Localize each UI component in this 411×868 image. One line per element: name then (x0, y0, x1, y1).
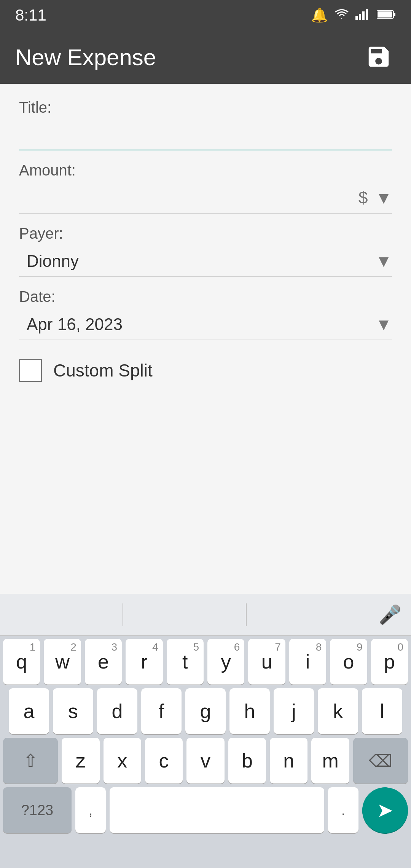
date-label: Date: (19, 288, 392, 305)
date-select[interactable]: Apr 16, 2023 ▼ (19, 309, 392, 340)
key-a[interactable]: a (9, 688, 49, 734)
svg-rect-2 (362, 11, 365, 20)
key-z[interactable]: z (62, 738, 99, 783)
svg-rect-3 (366, 9, 368, 20)
payer-label: Payer: (19, 225, 392, 242)
key-row-2: a s d f g h j k l (3, 688, 408, 734)
save-icon (365, 43, 392, 70)
notification-icon: 🔔 (311, 7, 328, 23)
keyboard-rows: 1 q 2 w 3 e 4 r 5 t 6 y (0, 636, 411, 868)
period-label: . (341, 802, 346, 819)
amount-group: Amount: $ ▼ (19, 162, 392, 214)
shift-icon: ⇧ (23, 750, 38, 771)
key-o[interactable]: 9 o (330, 639, 367, 685)
currency-symbol: $ (358, 188, 368, 209)
title-group: Title: (19, 99, 392, 150)
payer-value: Dionny (19, 252, 79, 271)
key-u[interactable]: 7 u (248, 639, 285, 685)
key-i[interactable]: 8 i (289, 639, 326, 685)
save-button[interactable] (362, 40, 396, 75)
key-row-1: 1 q 2 w 3 e 4 r 5 t 6 y (3, 639, 408, 685)
mic-button[interactable]: 🎤 (369, 594, 411, 636)
key-row-3: ⇧ z x c v b n m ⌫ (3, 738, 408, 783)
key-n[interactable]: n (270, 738, 307, 783)
keyboard: 🎤 1 q 2 w 3 e 4 r 5 t (0, 594, 411, 868)
battery-icon (377, 7, 396, 23)
key-h[interactable]: h (229, 688, 270, 734)
status-time: 8:11 (15, 6, 46, 24)
svg-rect-6 (378, 11, 392, 18)
key-g[interactable]: g (185, 688, 226, 734)
key-k[interactable]: k (318, 688, 358, 734)
suggestion-middle[interactable] (123, 594, 246, 635)
space-key[interactable] (110, 787, 324, 833)
period-key[interactable]: . (328, 787, 358, 833)
suggestion-right[interactable] (247, 594, 369, 635)
currency-dropdown-arrow[interactable]: ▼ (375, 188, 392, 209)
mic-icon: 🎤 (379, 604, 401, 625)
payer-select[interactable]: Dionny ▼ (19, 246, 392, 277)
svg-rect-1 (359, 14, 361, 20)
custom-split-checkbox[interactable] (19, 359, 42, 382)
key-j[interactable]: j (274, 688, 314, 734)
key-m[interactable]: m (311, 738, 349, 783)
key-s[interactable]: s (53, 688, 93, 734)
amount-input[interactable] (19, 183, 351, 209)
svg-rect-0 (355, 16, 358, 20)
date-value: Apr 16, 2023 (19, 315, 123, 334)
payer-dropdown-arrow: ▼ (375, 252, 392, 271)
backspace-key[interactable]: ⌫ (353, 738, 408, 783)
form-content: Title: Amount: $ ▼ Payer: Dionny ▼ Date:… (0, 84, 411, 594)
enter-icon: ➤ (377, 799, 393, 822)
key-p[interactable]: 0 p (371, 639, 408, 685)
key-e[interactable]: 3 e (85, 639, 122, 685)
page-title: New Expense (15, 44, 156, 70)
symbols-key[interactable]: ?123 (3, 787, 72, 833)
shift-key[interactable]: ⇧ (3, 738, 58, 783)
symbols-label: ?123 (21, 802, 54, 819)
key-c[interactable]: c (145, 738, 183, 783)
date-dropdown-arrow: ▼ (375, 315, 392, 334)
key-l[interactable]: l (362, 688, 402, 734)
status-icons: 🔔 (311, 7, 396, 23)
key-r[interactable]: 4 r (126, 639, 162, 685)
suggestions-bar: 🎤 (0, 594, 411, 636)
suggestion-left[interactable] (0, 594, 123, 635)
wifi-icon (334, 7, 349, 23)
title-input[interactable] (19, 120, 392, 150)
status-bar: 8:11 🔔 (0, 0, 411, 30)
amount-label: Amount: (19, 162, 392, 179)
key-t[interactable]: 5 t (167, 639, 204, 685)
key-w[interactable]: 2 w (44, 639, 81, 685)
key-f[interactable]: f (141, 688, 182, 734)
key-x[interactable]: x (104, 738, 141, 783)
payer-group: Payer: Dionny ▼ (19, 225, 392, 277)
comma-label: , (89, 802, 93, 819)
key-b[interactable]: b (228, 738, 266, 783)
custom-split-label: Custom Split (53, 360, 153, 381)
key-v[interactable]: v (186, 738, 224, 783)
amount-row: $ ▼ (19, 183, 392, 214)
comma-key[interactable]: , (75, 787, 106, 833)
enter-key[interactable]: ➤ (362, 787, 408, 833)
signal-icon (355, 7, 371, 23)
date-group: Date: Apr 16, 2023 ▼ (19, 288, 392, 340)
svg-rect-5 (393, 13, 395, 16)
key-d[interactable]: d (97, 688, 137, 734)
backspace-icon: ⌫ (369, 751, 392, 771)
key-row-4: ?123 , . ➤ (3, 787, 408, 833)
app-bar: New Expense (0, 30, 411, 84)
key-y[interactable]: 6 y (207, 639, 244, 685)
custom-split-row[interactable]: Custom Split (19, 351, 392, 389)
title-label: Title: (19, 99, 392, 116)
key-q[interactable]: 1 q (3, 639, 40, 685)
